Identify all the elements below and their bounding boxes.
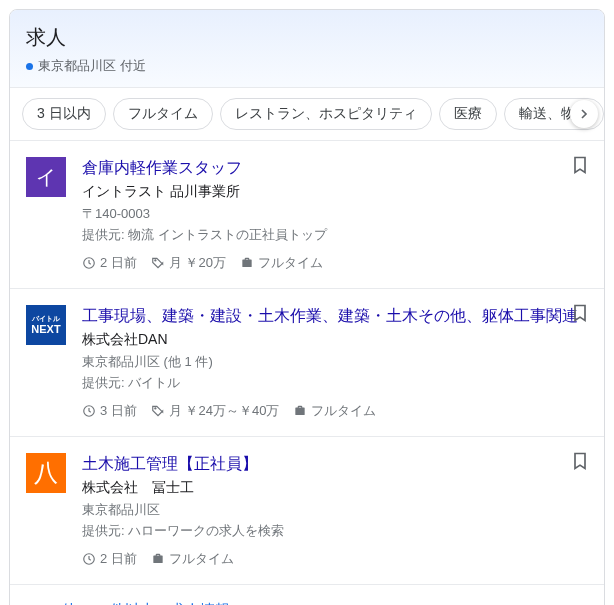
location-dot-icon — [26, 63, 33, 70]
job-footer: 2 日前フルタイム — [82, 550, 588, 568]
company-logo: イ — [26, 157, 66, 197]
job-meta: 提供元: バイトル — [82, 373, 588, 394]
job-title: 倉庫内軽作業スタッフ — [82, 157, 588, 179]
tag-icon — [151, 256, 165, 270]
bookmark-button[interactable] — [570, 303, 590, 323]
job-footer: 2 日前月 ￥20万フルタイム — [82, 254, 588, 272]
job-meta: 東京都品川区 (他 1 件) — [82, 352, 588, 373]
bookmark-icon — [570, 155, 590, 175]
header-title: 求人 — [26, 24, 588, 51]
filter-chip[interactable]: レストラン、ホスピタリティ — [220, 98, 432, 130]
header-location: 東京都品川区 付近 — [26, 57, 588, 75]
job-listing[interactable]: 八土木施工管理【正社員】株式会社 冨士工東京都品川区提供元: ハローワークの求人… — [10, 437, 604, 585]
more-jobs-link[interactable]: 他 100 件以上の求人情報 — [10, 585, 604, 605]
bookmark-button[interactable] — [570, 155, 590, 175]
job-listing[interactable]: バイトルNEXT工事現場、建築・建設・土木作業、建築・土木その他、躯体工事関連株… — [10, 289, 604, 437]
bookmark-icon — [570, 451, 590, 471]
job-listing[interactable]: イ倉庫内軽作業スタッフイントラスト 品川事業所〒140-0003提供元: 物流 … — [10, 141, 604, 289]
filter-chip[interactable]: 医療 — [439, 98, 497, 130]
briefcase-icon — [240, 256, 254, 270]
job-title: 工事現場、建築・建設・土木作業、建築・土木その他、躯体工事関連 — [82, 305, 588, 327]
company-logo: バイトルNEXT — [26, 305, 66, 345]
bookmark-button[interactable] — [570, 451, 590, 471]
jobs-card: 求人 東京都品川区 付近 3 日以内 フルタイム レストラン、ホスピタリティ 医… — [9, 9, 605, 605]
job-company: 株式会社DAN — [82, 331, 588, 349]
chevron-right-icon — [576, 106, 592, 122]
job-company: イントラスト 品川事業所 — [82, 183, 588, 201]
scroll-right-button[interactable] — [570, 100, 598, 128]
job-meta: 提供元: 物流 イントラストの正社員トップ — [82, 225, 588, 246]
bookmark-icon — [570, 303, 590, 323]
job-meta: 提供元: ハローワークの求人を検索 — [82, 521, 588, 542]
job-meta: 〒140-0003 — [82, 204, 588, 225]
job-body: 土木施工管理【正社員】株式会社 冨士工東京都品川区提供元: ハローワークの求人を… — [82, 453, 588, 568]
clock-icon — [82, 552, 96, 566]
filter-bar: 3 日以内 フルタイム レストラン、ホスピタリティ 医療 輸送、物流 販売 — [10, 88, 604, 141]
job-meta: 東京都品川区 — [82, 500, 588, 521]
job-title: 土木施工管理【正社員】 — [82, 453, 588, 475]
job-footer: 3 日前月 ￥24万～￥40万フルタイム — [82, 402, 588, 420]
more-jobs-text: 他 100 件以上の求人情報 — [62, 601, 230, 605]
clock-icon — [82, 404, 96, 418]
job-body: 倉庫内軽作業スタッフイントラスト 品川事業所〒140-0003提供元: 物流 イ… — [82, 157, 588, 272]
filter-chip[interactable]: 3 日以内 — [22, 98, 106, 130]
location-text: 東京都品川区 付近 — [38, 57, 146, 75]
svg-point-3 — [155, 408, 156, 409]
card-header: 求人 東京都品川区 付近 — [10, 10, 604, 88]
company-logo: 八 — [26, 453, 66, 493]
job-body: 工事現場、建築・建設・土木作業、建築・土木その他、躯体工事関連株式会社DAN東京… — [82, 305, 588, 420]
briefcase-icon — [151, 552, 165, 566]
clock-icon — [82, 256, 96, 270]
tag-icon — [151, 404, 165, 418]
briefcase-icon — [293, 404, 307, 418]
svg-point-1 — [155, 260, 156, 261]
job-company: 株式会社 冨士工 — [82, 479, 588, 497]
arrow-right-icon — [28, 601, 48, 605]
filter-chip[interactable]: フルタイム — [113, 98, 213, 130]
